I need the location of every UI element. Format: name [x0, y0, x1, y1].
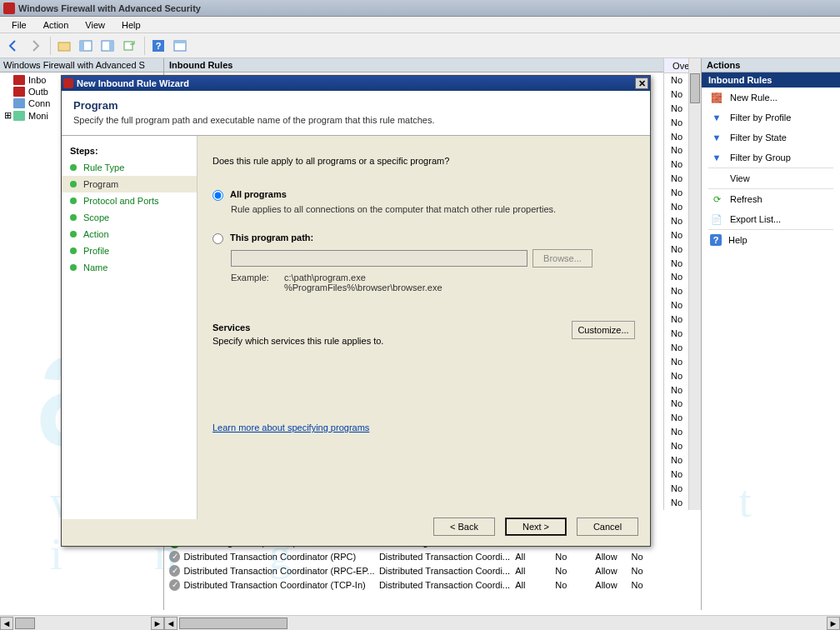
rule-override: No	[632, 580, 663, 590]
rule-profile: All	[515, 566, 555, 576]
export-button[interactable]	[119, 36, 139, 56]
wizard-buttons: < Back Next > Cancel	[62, 508, 650, 546]
folder-button[interactable]	[54, 36, 74, 56]
rule-override: No	[632, 552, 663, 562]
help-button[interactable]: ?	[148, 36, 168, 56]
action-export[interactable]: 📄Export List...	[702, 209, 840, 229]
menu-help[interactable]: Help	[113, 20, 149, 30]
actions-panel: Actions Inbound Rules 🧱New Rule... ▼Filt…	[701, 58, 840, 610]
rule-name: Distributed Transaction Coordinator (RPC…	[183, 566, 378, 576]
rule-profile: All	[515, 580, 555, 590]
close-button[interactable]: ✕	[635, 78, 648, 89]
rule-group: Distributed Transaction Coordi...	[379, 580, 515, 590]
wizard-titlebar[interactable]: New Inbound Rule Wizard ✕	[62, 76, 650, 91]
menu-action[interactable]: Action	[35, 20, 78, 30]
action-filter-state[interactable]: ▼Filter by State	[702, 128, 840, 148]
rule-profile: All	[515, 552, 555, 562]
learn-more-link[interactable]: Learn more about specifying programs	[212, 422, 635, 432]
forward-button[interactable]	[25, 36, 45, 56]
rule-group: Distributed Transaction Coordi...	[379, 566, 515, 576]
action-filter-group[interactable]: ▼Filter by Group	[702, 148, 840, 168]
new-rule-icon: 🧱	[710, 92, 723, 103]
radio-all-programs[interactable]	[212, 190, 223, 201]
show-hide-console-button[interactable]	[170, 36, 190, 56]
cancel-button[interactable]: Cancel	[577, 518, 638, 536]
example-label: Example:	[231, 272, 284, 292]
horizontal-scrollbar[interactable]: ◄ ► ◄ ►	[0, 615, 840, 630]
svg-rect-0	[58, 42, 70, 51]
wizard-content: Does this rule apply to all programs or …	[198, 136, 650, 519]
rule-name: Distributed Transaction Coordinator (TCP…	[183, 580, 378, 590]
rule-enabled: No	[555, 552, 595, 562]
example-path-1: c:\path\program.exe	[284, 272, 442, 282]
scroll-left-arrow[interactable]: ◄	[0, 617, 13, 630]
table-row[interactable]: ✓Distributed Transaction Coordinator (RP…	[164, 563, 663, 578]
back-button[interactable]: < Back	[433, 518, 495, 536]
scroll-left-arrow[interactable]: ◄	[164, 617, 178, 630]
wizard-steps: Steps: Rule TypeProgramProtocol and Port…	[62, 136, 198, 519]
blank-icon	[710, 172, 723, 184]
radio-this-program-path[interactable]	[212, 233, 223, 244]
show-hide-tree-button[interactable]	[76, 36, 96, 56]
svg-rect-5	[124, 42, 132, 50]
wizard-subtitle: Specify the full program path and execut…	[73, 115, 638, 125]
actions-header: Actions	[702, 58, 840, 72]
wizard-step-rule-type[interactable]: Rule Type	[62, 159, 197, 176]
wizard-step-protocol-and-ports[interactable]: Protocol and Ports	[62, 192, 197, 209]
example-path-2: %ProgramFiles%\browser\browser.exe	[284, 282, 442, 292]
wizard-step-scope[interactable]: Scope	[62, 209, 197, 226]
table-row[interactable]: ✓Distributed Transaction Coordinator (RP…	[164, 549, 663, 563]
next-button[interactable]: Next >	[505, 518, 567, 536]
tree-header: Windows Firewall with Advanced S	[0, 58, 163, 72]
steps-header: Steps:	[62, 142, 197, 159]
action-filter-profile[interactable]: ▼Filter by Profile	[702, 108, 840, 128]
action-new-rule[interactable]: 🧱New Rule...	[702, 88, 840, 108]
back-button[interactable]	[3, 36, 23, 56]
svg-rect-4	[109, 41, 113, 51]
wizard-header: Program Specify the full program path an…	[62, 91, 650, 136]
menu-file[interactable]: File	[3, 20, 35, 30]
wizard-page-title: Program	[73, 99, 638, 112]
action-view[interactable]: View	[702, 168, 840, 188]
action-help[interactable]: ?Help	[702, 230, 840, 250]
rule-override: No	[632, 566, 663, 576]
filter-icon: ▼	[710, 112, 723, 123]
content-header: Inbound Rules	[164, 58, 701, 72]
status-icon: ✓	[169, 579, 180, 591]
label-all-programs[interactable]: All programs	[230, 189, 287, 199]
new-inbound-rule-wizard: New Inbound Rule Wizard ✕ Program Specif…	[61, 75, 651, 547]
status-icon: ✓	[169, 565, 180, 577]
toolbar: ?	[0, 33, 840, 58]
menu-view[interactable]: View	[77, 20, 113, 30]
scroll-right-arrow[interactable]: ►	[827, 617, 840, 630]
window-title: Windows Firewall with Advanced Security	[18, 3, 201, 13]
rule-action: Allow	[595, 552, 631, 562]
wizard-step-name[interactable]: Name	[62, 259, 197, 276]
rule-group: Distributed Transaction Coordi...	[379, 552, 515, 562]
separator	[144, 37, 145, 55]
browse-button: Browse...	[532, 249, 592, 268]
question-text: Does this rule apply to all programs or …	[212, 156, 635, 166]
show-hide-actions-button[interactable]	[98, 36, 118, 56]
program-path-input	[231, 250, 528, 267]
rule-name: Distributed Transaction Coordinator (RPC…	[183, 552, 378, 562]
status-icon: ✓	[169, 551, 180, 562]
customize-button[interactable]: Customize...	[572, 321, 635, 339]
wizard-step-profile[interactable]: Profile	[62, 242, 197, 259]
firewall-icon	[63, 78, 73, 88]
action-refresh[interactable]: ⟳Refresh	[702, 189, 840, 209]
svg-rect-2	[80, 41, 84, 51]
override-column: Over NoNoNoNoNoNoNoNoNoNoNoNoNoNoNoNoNoN…	[663, 58, 701, 510]
vertical-scrollbar[interactable]	[688, 58, 701, 510]
wizard-step-action[interactable]: Action	[62, 226, 197, 242]
wizard-step-program[interactable]: Program	[62, 176, 197, 192]
wizard-title: New Inbound Rule Wizard	[77, 78, 189, 88]
scroll-right-arrow[interactable]: ►	[151, 617, 164, 630]
help-icon: ?	[710, 234, 722, 246]
actions-category: Inbound Rules	[702, 72, 840, 88]
rule-action: Allow	[595, 580, 631, 590]
export-icon: 📄	[710, 213, 723, 225]
table-row[interactable]: ✓Distributed Transaction Coordinator (TC…	[164, 578, 663, 592]
rule-action: Allow	[595, 566, 631, 576]
label-this-program-path[interactable]: This program path:	[230, 232, 313, 242]
